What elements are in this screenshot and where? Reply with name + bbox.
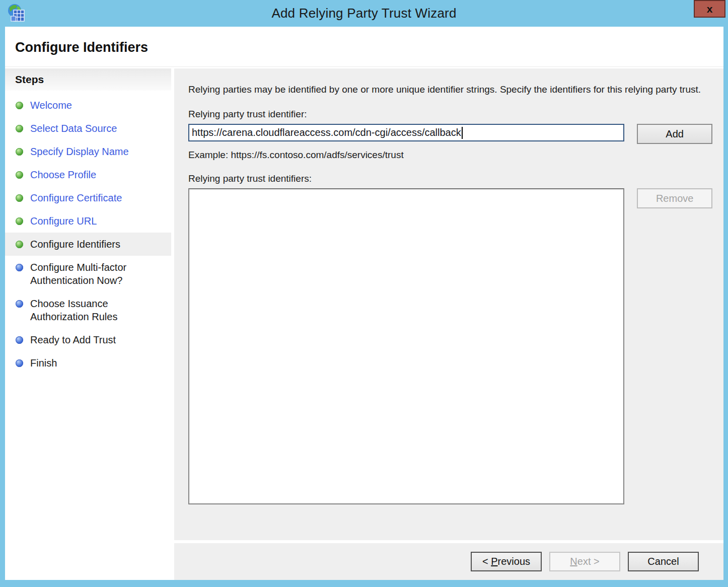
step-done-icon <box>16 241 23 248</box>
step-specify-display-name[interactable]: Specify Display Name <box>5 140 171 163</box>
close-icon: x <box>707 3 713 15</box>
cancel-button[interactable]: Cancel <box>628 552 699 571</box>
identifiers-list-label: Relying party trust identifiers: <box>188 173 712 184</box>
wizard-window: Add Relying Party Trust Wizard x Configu… <box>0 0 728 587</box>
identifier-input-value: https://carena.cloudflareaccess.com/cdn-… <box>192 127 461 138</box>
add-button[interactable]: Add <box>637 124 712 144</box>
content-panel: Relying parties may be identified by one… <box>174 68 723 540</box>
step-done-icon <box>16 148 23 156</box>
adfs-app-icon <box>6 3 27 24</box>
step-select-data-source[interactable]: Select Data Source <box>5 117 171 140</box>
previous-button[interactable]: < Previous <box>471 552 542 571</box>
steps-heading: Steps <box>5 68 171 91</box>
identifier-field-label: Relying party trust identifier: <box>188 109 712 120</box>
page-description: Relying parties may be identified by one… <box>188 83 712 96</box>
page-header: Configure Identifiers <box>5 27 723 67</box>
step-pending-icon <box>16 264 23 271</box>
step-configure-identifiers: Configure Identifiers <box>5 233 171 256</box>
text-caret <box>462 127 463 139</box>
step-done-icon <box>16 125 23 132</box>
step-welcome[interactable]: Welcome <box>5 94 171 117</box>
step-done-icon <box>16 217 23 225</box>
window-title: Add Relying Party Trust Wizard <box>0 6 728 21</box>
titlebar: Add Relying Party Trust Wizard x <box>0 0 728 27</box>
step-choose-profile[interactable]: Choose Profile <box>5 163 171 186</box>
steps-sidebar: Steps Welcome Select Data Source Specify… <box>5 68 171 580</box>
step-configure-url[interactable]: Configure URL <box>5 209 171 233</box>
step-done-icon <box>16 102 23 109</box>
dialog-surface: Configure Identifiers Steps Welcome Sele… <box>5 27 723 580</box>
step-done-icon <box>16 171 23 179</box>
footer-bar: < Previous Next > Cancel <box>174 543 723 580</box>
page-title: Configure Identifiers <box>15 40 723 55</box>
step-pending-icon <box>16 336 23 344</box>
step-choose-issuance-rules: Choose Issuance Authorization Rules <box>5 292 171 328</box>
steps-list: Welcome Select Data Source Specify Displ… <box>5 94 171 375</box>
step-pending-icon <box>16 359 23 367</box>
step-pending-icon <box>16 300 23 308</box>
step-ready-to-add-trust: Ready to Add Trust <box>5 328 171 351</box>
identifier-input[interactable]: https://carena.cloudflareaccess.com/cdn-… <box>188 124 624 141</box>
next-button[interactable]: Next > <box>549 552 620 571</box>
step-finish: Finish <box>5 351 171 375</box>
step-configure-mfa: Configure Multi-factor Authentication No… <box>5 256 171 292</box>
remove-button[interactable]: Remove <box>637 188 712 208</box>
close-button[interactable]: x <box>694 0 725 18</box>
example-text: Example: https://fs.contoso.com/adfs/ser… <box>188 150 712 161</box>
step-done-icon <box>16 194 23 202</box>
step-configure-certificate[interactable]: Configure Certificate <box>5 186 171 209</box>
identifiers-listbox[interactable] <box>188 188 624 504</box>
